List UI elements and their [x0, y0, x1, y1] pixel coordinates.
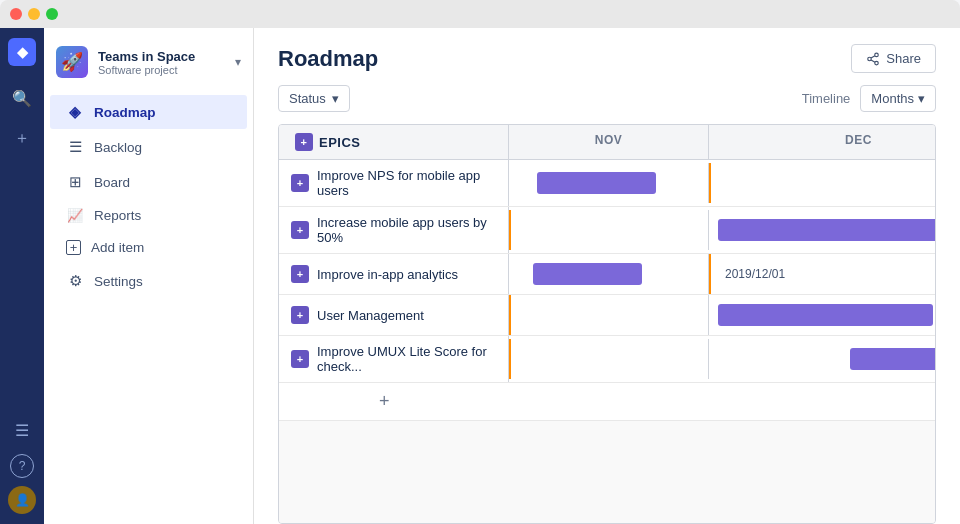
- nov-cell-3: [509, 254, 709, 294]
- share-icon: [866, 52, 880, 66]
- status-label: Status: [289, 91, 326, 106]
- epics-header-icon: +: [295, 133, 313, 151]
- board-nav-icon: ⊞: [66, 173, 84, 191]
- epic-cell-5[interactable]: + Improve UMUX Lite Score for check...: [279, 336, 509, 382]
- epic-icon-2: +: [291, 221, 309, 239]
- icon-rail: ◆ 🔍 ＋ ☰ ? 👤: [0, 28, 44, 524]
- nov-cell-4: [509, 295, 709, 335]
- epic-title-1: Improve NPS for mobile app users: [317, 168, 496, 198]
- today-line-2: [509, 210, 511, 250]
- table-row: + Improve in-app analytics 2019/12/01: [279, 254, 935, 295]
- sidebar-item-board[interactable]: ⊞ Board: [50, 165, 247, 199]
- nov-cell-1: [509, 163, 709, 203]
- months-dropdown[interactable]: Months ▾: [860, 85, 936, 112]
- add-epic-icon: +: [379, 391, 390, 412]
- nov-cell-2: [509, 210, 709, 250]
- roadmap-nav-icon: ◈: [66, 103, 84, 121]
- maximize-dot[interactable]: [46, 8, 58, 20]
- today-line-5: [509, 339, 511, 379]
- epic-title-2: Increase mobile app users by 50%: [317, 215, 496, 245]
- gantt-bar-3: [533, 263, 642, 285]
- today-line-3: [709, 254, 711, 294]
- sidebar-item-roadmap[interactable]: ◈ Roadmap: [50, 95, 247, 129]
- dec-cell-4: [709, 295, 935, 335]
- share-label: Share: [886, 51, 921, 66]
- sidebar-nav: ◈ Roadmap ☰ Backlog ⊞ Board 📈 Reports + …: [44, 94, 253, 299]
- user-avatar[interactable]: 👤: [8, 486, 36, 514]
- search-icon[interactable]: 🔍: [6, 82, 38, 114]
- project-info: Teams in Space Software project: [98, 49, 225, 76]
- epic-cell-4[interactable]: + User Management: [279, 295, 509, 335]
- epic-title-5: Improve UMUX Lite Score for check...: [317, 344, 496, 374]
- roadmap-nav-label: Roadmap: [94, 105, 156, 120]
- epic-icon-3: +: [291, 265, 309, 283]
- add-epic-row[interactable]: +: [279, 383, 935, 421]
- page-title: Roadmap: [278, 46, 378, 72]
- table-row: + Improve UMUX Lite Score for check...: [279, 336, 935, 383]
- epics-column-header: + Epics: [279, 125, 509, 159]
- share-button[interactable]: Share: [851, 44, 936, 73]
- svg-point-0: [875, 53, 879, 57]
- dec-cell-1: [709, 163, 935, 203]
- sidebar-item-settings[interactable]: ⚙ Settings: [50, 264, 247, 298]
- project-header[interactable]: 🚀 Teams in Space Software project ▾: [44, 38, 253, 86]
- grid-body: + Improve NPS for mobile app users: [279, 160, 935, 523]
- table-row: + User Management: [279, 295, 935, 336]
- backlog-nav-icon: ☰: [66, 138, 84, 156]
- epic-cell-3[interactable]: + Improve in-app analytics: [279, 254, 509, 294]
- reports-nav-icon: 📈: [66, 208, 84, 223]
- epic-icon-1: +: [291, 174, 309, 192]
- timeline-controls: Timeline Months ▾: [802, 85, 936, 112]
- minimize-dot[interactable]: [28, 8, 40, 20]
- nov-cell-5: [509, 339, 709, 379]
- sidebar-item-reports[interactable]: 📈 Reports: [50, 200, 247, 231]
- create-icon[interactable]: ＋: [6, 122, 38, 154]
- app-logo: ◆: [8, 38, 36, 66]
- project-type: Software project: [98, 64, 225, 76]
- svg-line-3: [871, 59, 875, 61]
- settings-nav-label: Settings: [94, 274, 143, 289]
- project-chevron-icon: ▾: [235, 55, 241, 69]
- help-icon[interactable]: ?: [10, 454, 34, 478]
- gantt-bar-2: [718, 219, 935, 241]
- roadmap-grid: + Epics NOV DEC JAN + Improve NPS for mo…: [279, 125, 935, 523]
- today-line: [709, 163, 711, 203]
- add-item-nav-label: Add item: [91, 240, 144, 255]
- project-name: Teams in Space: [98, 49, 225, 64]
- main-content: Roadmap Share Status ▾ Timeline Months ▾: [254, 28, 960, 524]
- months-label: Months: [871, 91, 914, 106]
- project-logo-icon: 🚀: [56, 46, 88, 78]
- sidebar: 🚀 Teams in Space Software project ▾ ◈ Ro…: [44, 28, 254, 524]
- table-row: + Increase mobile app users by 50%: [279, 207, 935, 254]
- epic-cell-2[interactable]: + Increase mobile app users by 50%: [279, 207, 509, 253]
- dec-column-header: DEC: [709, 125, 935, 159]
- timeline-label: Timeline: [802, 91, 851, 106]
- epic-icon-5: +: [291, 350, 309, 368]
- dec-cell-5: [709, 339, 935, 379]
- main-header: Roadmap Share: [254, 28, 960, 81]
- epic-icon-4: +: [291, 306, 309, 324]
- date-label-3: 2019/12/01: [717, 267, 785, 281]
- app-container: ◆ 🔍 ＋ ☰ ? 👤 🚀 Teams in Space Software pr…: [0, 28, 960, 524]
- menu-icon[interactable]: ☰: [6, 414, 38, 446]
- today-line-4: [509, 295, 511, 335]
- add-item-nav-icon: +: [66, 240, 81, 255]
- epics-header-label: Epics: [319, 135, 361, 150]
- settings-nav-icon: ⚙: [66, 272, 84, 290]
- roadmap-container: + Epics NOV DEC JAN + Improve NPS for mo…: [278, 124, 936, 524]
- grid-header: + Epics NOV DEC JAN: [279, 125, 935, 160]
- close-dot[interactable]: [10, 8, 22, 20]
- epic-cell-1[interactable]: + Improve NPS for mobile app users: [279, 160, 509, 206]
- nov-column-header: NOV: [509, 125, 709, 159]
- sidebar-item-backlog[interactable]: ☰ Backlog: [50, 130, 247, 164]
- svg-line-4: [871, 55, 875, 57]
- table-row: + Improve NPS for mobile app users: [279, 160, 935, 207]
- dec-cell-3: 2019/12/01: [709, 254, 935, 294]
- board-nav-label: Board: [94, 175, 130, 190]
- status-dropdown[interactable]: Status ▾: [278, 85, 350, 112]
- toolbar: Status ▾ Timeline Months ▾: [254, 81, 960, 124]
- gantt-bar-5: [850, 348, 935, 370]
- sidebar-item-add-item[interactable]: + Add item: [50, 232, 247, 263]
- backlog-nav-label: Backlog: [94, 140, 142, 155]
- reports-nav-label: Reports: [94, 208, 141, 223]
